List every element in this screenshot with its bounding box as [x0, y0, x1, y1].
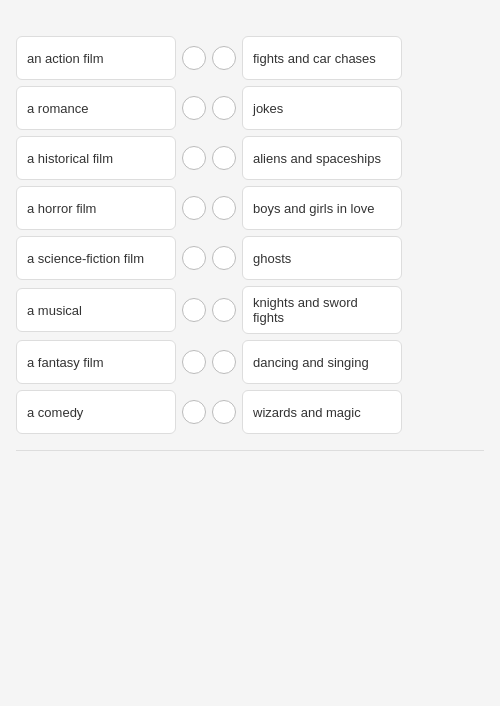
left-circle-btn[interactable]	[182, 46, 206, 70]
right-circle-btn[interactable]	[212, 96, 236, 120]
match-row: an action filmfights and car chases	[16, 36, 484, 80]
right-card: jokes	[242, 86, 402, 130]
left-card: a comedy	[16, 390, 176, 434]
left-card: a science-fiction film	[16, 236, 176, 280]
match-row: a horror filmboys and girls in love	[16, 186, 484, 230]
left-card: an action film	[16, 36, 176, 80]
match-row: a fantasy filmdancing and singing	[16, 340, 484, 384]
left-card: a fantasy film	[16, 340, 176, 384]
matching-container: an action filmfights and car chasesa rom…	[16, 36, 484, 434]
match-row: a romancejokes	[16, 86, 484, 130]
match-row: a comedywizards and magic	[16, 390, 484, 434]
right-card: knights and sword fights	[242, 286, 402, 334]
divider	[16, 450, 484, 451]
left-circle-btn[interactable]	[182, 400, 206, 424]
left-card: a romance	[16, 86, 176, 130]
left-circle-btn[interactable]	[182, 196, 206, 220]
left-circle-btn[interactable]	[182, 350, 206, 374]
right-card: dancing and singing	[242, 340, 402, 384]
left-circle-btn[interactable]	[182, 246, 206, 270]
match-row: a musicalknights and sword fights	[16, 286, 484, 334]
right-card: wizards and magic	[242, 390, 402, 434]
right-circle-btn[interactable]	[212, 350, 236, 374]
right-card: boys and girls in love	[242, 186, 402, 230]
right-card: fights and car chases	[242, 36, 402, 80]
right-circle-btn[interactable]	[212, 196, 236, 220]
left-circle-btn[interactable]	[182, 96, 206, 120]
right-card: ghosts	[242, 236, 402, 280]
left-card: a historical film	[16, 136, 176, 180]
right-circle-btn[interactable]	[212, 46, 236, 70]
right-circle-btn[interactable]	[212, 298, 236, 322]
left-card: a musical	[16, 288, 176, 332]
right-card: aliens and spaceships	[242, 136, 402, 180]
right-circle-btn[interactable]	[212, 246, 236, 270]
left-circle-btn[interactable]	[182, 146, 206, 170]
left-card: a horror film	[16, 186, 176, 230]
match-row: a historical filmaliens and spaceships	[16, 136, 484, 180]
right-circle-btn[interactable]	[212, 400, 236, 424]
left-circle-btn[interactable]	[182, 298, 206, 322]
match-row: a science-fiction filmghosts	[16, 236, 484, 280]
right-circle-btn[interactable]	[212, 146, 236, 170]
